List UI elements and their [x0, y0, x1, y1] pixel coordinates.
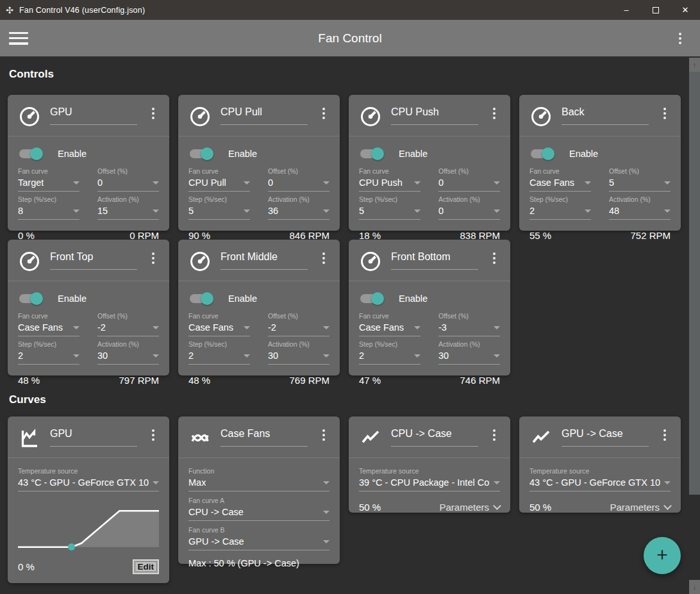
activation-select[interactable]: 30 [438, 350, 500, 365]
curve-name-input[interactable]: GPU -> Case [562, 428, 623, 439]
fan-curve-select[interactable]: CPU Pull [188, 177, 250, 192]
parameters-expander[interactable]: Parameters [439, 502, 500, 513]
offset-select[interactable]: -2 [97, 322, 159, 336]
enable-toggle[interactable] [190, 149, 212, 158]
curve-name-input[interactable]: CPU -> Case [391, 428, 452, 439]
dropdown-caret-icon [414, 354, 421, 358]
temperature-source-select[interactable]: 43 °C - GPU - GeForce GTX 1060 6GB [18, 477, 159, 491]
control-name-input[interactable]: CPU Push [391, 106, 439, 117]
fan-curve-select[interactable]: Case Fans [359, 322, 421, 336]
card-kebab-menu-icon[interactable] [488, 106, 500, 120]
control-name-input[interactable]: Front Bottom [391, 251, 450, 262]
close-button[interactable]: ✕ [671, 0, 700, 20]
fan-curve-chart[interactable] [18, 506, 159, 550]
gauge-icon [529, 105, 553, 128]
enable-toggle[interactable] [190, 294, 212, 303]
dropdown-caret-icon [414, 210, 421, 213]
minimize-button[interactable]: – [612, 0, 641, 20]
card-kebab-menu-icon[interactable] [318, 428, 329, 442]
offset-select[interactable]: 5 [609, 177, 671, 192]
fan-curve-select[interactable]: CPU Push [359, 177, 421, 192]
curve-name-input[interactable]: GPU [50, 428, 72, 439]
offset-select[interactable]: -3 [438, 322, 500, 336]
function-select[interactable]: Max [188, 477, 329, 491]
card-kebab-menu-icon[interactable] [488, 428, 500, 442]
step-label: Step (%/sec) [359, 340, 421, 348]
curve-name-input[interactable]: Case Fans [221, 428, 270, 439]
dropdown-caret-icon [323, 481, 329, 484]
scroll-down-button[interactable]: ↓ [689, 580, 700, 594]
control-name-input[interactable]: GPU [50, 106, 72, 117]
control-name-input[interactable]: Front Top [50, 251, 93, 262]
parameters-expander[interactable]: Parameters [610, 502, 671, 513]
card-kebab-menu-icon[interactable] [488, 251, 500, 265]
card-kebab-menu-icon[interactable] [147, 428, 159, 442]
add-button[interactable]: + [644, 537, 681, 574]
card-kebab-menu-icon[interactable] [659, 106, 671, 120]
dropdown-caret-icon [73, 354, 79, 358]
temperature-source-label: Temperature source [359, 467, 500, 475]
fan-percent: 48 % [18, 375, 40, 386]
window-titlebar: ✣ Fan Control V46 (userConfig.json) – ✕ [0, 0, 700, 20]
dropdown-caret-icon [323, 326, 329, 329]
control-name-input[interactable]: CPU Pull [221, 106, 262, 117]
step-select[interactable]: 2 [529, 205, 591, 220]
fan-curve-b-select[interactable]: GPU -> Case [188, 536, 329, 550]
page-title: Fan Control [0, 31, 700, 45]
card-kebab-menu-icon[interactable] [147, 106, 159, 120]
enable-toggle[interactable] [360, 294, 382, 303]
step-select[interactable]: 8 [18, 205, 79, 220]
temperature-source-select[interactable]: 43 °C - GPU - GeForce GTX 1060 6GB [529, 477, 671, 491]
step-select[interactable]: 2 [359, 350, 421, 365]
fan-app-icon: ✣ [0, 5, 19, 15]
activation-select[interactable]: 30 [268, 350, 329, 365]
offset-label: Offset (%) [268, 167, 329, 175]
card-kebab-menu-icon[interactable] [659, 428, 671, 442]
control-name-input[interactable]: Back [562, 106, 585, 117]
fan-curve-select[interactable]: Case Fans [529, 177, 591, 192]
card-kebab-menu-icon[interactable] [318, 251, 329, 265]
activation-select[interactable]: 48 [609, 205, 671, 220]
card-kebab-menu-icon[interactable] [147, 251, 159, 265]
enable-toggle[interactable] [19, 294, 41, 303]
vertical-scrollbar[interactable]: ↑ ↓ [689, 56, 700, 594]
fan-curve-label: Fan curve [18, 167, 79, 175]
activation-select[interactable]: 15 [97, 205, 159, 220]
step-select[interactable]: 5 [188, 205, 250, 220]
enable-toggle[interactable] [531, 149, 553, 158]
curve-card-cpu-case: CPU -> Case Temperature source 39 °C - C… [349, 417, 510, 513]
curve-card-case-fans: Case Fans Function Max Fan curve A CPU -… [178, 417, 340, 564]
offset-select[interactable]: -2 [268, 322, 329, 336]
fan-curve-label: Fan curve [359, 167, 421, 175]
control-name-input[interactable]: Front Middle [221, 251, 278, 262]
divider [349, 281, 510, 281]
header-kebab-menu-icon[interactable] [674, 31, 686, 45]
step-select[interactable]: 2 [188, 350, 250, 365]
scrollbar-thumb[interactable] [689, 72, 700, 495]
enable-label: Enable [569, 149, 598, 159]
control-card-front-middle: Front Middle Enable Fan curve Case Fans … [178, 240, 340, 375]
step-select[interactable]: 2 [18, 350, 79, 365]
enable-toggle[interactable] [19, 149, 41, 158]
fan-curve-a-select[interactable]: CPU -> Case [188, 506, 329, 521]
fan-curve-select[interactable]: Case Fans [18, 322, 79, 336]
step-select[interactable]: 5 [359, 205, 421, 220]
divider [178, 136, 340, 136]
fan-curve-select[interactable]: Case Fans [188, 322, 250, 336]
scroll-up-button[interactable]: ↑ [689, 58, 700, 72]
enable-toggle[interactable] [360, 149, 382, 158]
app-header: Fan Control [0, 20, 700, 56]
offset-select[interactable]: 0 [438, 177, 500, 192]
card-kebab-menu-icon[interactable] [318, 106, 329, 120]
fan-curve-select[interactable]: Target [18, 177, 79, 192]
fan-curve-label: Fan curve [188, 167, 250, 175]
activation-select[interactable]: 30 [97, 350, 159, 365]
offset-label: Offset (%) [438, 312, 500, 320]
temperature-source-select[interactable]: 39 °C - CPU Package - Intel Core i5-9 [359, 477, 500, 491]
activation-select[interactable]: 0 [438, 205, 500, 220]
offset-select[interactable]: 0 [97, 177, 159, 192]
activation-select[interactable]: 36 [268, 205, 329, 220]
maximize-button[interactable] [641, 0, 671, 20]
offset-select[interactable]: 0 [268, 177, 329, 192]
edit-button[interactable]: Edit [133, 559, 160, 574]
